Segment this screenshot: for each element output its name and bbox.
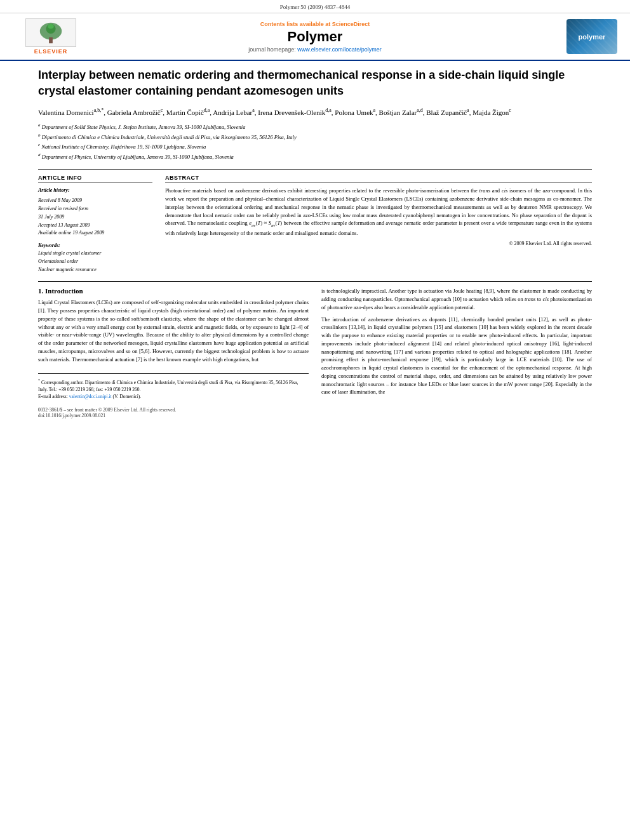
issn-line: 0032-3861/$ – see front matter © 2009 El…: [38, 407, 309, 413]
homepage-prefix: journal homepage:: [248, 46, 297, 53]
received-revised-label: Received in revised form: [38, 205, 152, 213]
sciencedirect-prefix: Contents lists available at: [260, 21, 332, 27]
journal-center: Contents lists available at ScienceDirec…: [89, 21, 541, 53]
top-bar: Polymer 50 (2009) 4837–4844: [0, 0, 630, 13]
article-info-col: ARTICLE INFO Article history: Received 8…: [38, 175, 152, 274]
section-1-heading: 1. Introduction: [38, 287, 309, 295]
affiliation-a: a Department of Solid State Physics, J. …: [38, 124, 245, 130]
doi-line: doi:10.1016/j.polymer.2009.08.021: [38, 413, 309, 418]
email-address[interactable]: valentin@dcci.unipi.it: [69, 394, 112, 399]
affiliations: a Department of Solid State Physics, J. …: [38, 123, 592, 162]
received-date: Received 8 May 2009: [38, 197, 152, 205]
containing-word: containing: [425, 196, 448, 202]
journal-title: Polymer: [89, 29, 541, 45]
copyright-line: © 2009 Elsevier Ltd. All rights reserved…: [165, 241, 592, 246]
svg-rect-2: [49, 37, 53, 44]
homepage-url[interactable]: www.elsevier.com/locate/polymer: [297, 46, 382, 53]
keywords-label: Keywords:: [38, 243, 152, 248]
info-abstract-row: ARTICLE INFO Article history: Received 8…: [38, 175, 592, 274]
footnote-area: * Corresponding author. Dipartimento di …: [38, 373, 309, 418]
email-label: E-mail address:: [38, 394, 68, 399]
accepted-date: Accepted 13 August 2009: [38, 222, 152, 230]
received-revised-date: 31 July 2009: [38, 213, 152, 222]
body-columns: 1. Introduction Liquid Crystal Elastomer…: [38, 287, 592, 418]
polymer-logo: polymer: [566, 19, 617, 54]
elsevier-label: ELSEVIER: [34, 48, 68, 55]
sciencedirect-link-text[interactable]: ScienceDirect: [332, 21, 370, 27]
sciencedirect-line: Contents lists available at ScienceDirec…: [89, 21, 541, 27]
authors-text: Valentina Domenicia,b,*, Gabriela Ambrož…: [38, 109, 511, 116]
elsevier-logo: ELSEVIER: [13, 18, 89, 55]
journal-issue-info: Polymer 50 (2009) 4837–4844: [280, 4, 351, 10]
intro-p2: is technologically impractical. Another …: [321, 287, 592, 311]
intro-p1: Liquid Crystal Elastomers (LCEs) are com…: [38, 298, 309, 363]
available-online: Available online 19 August 2009: [38, 229, 152, 237]
body-col-right: is technologically impractical. Another …: [321, 287, 592, 418]
keyword-1: Liquid single crystal elastomer: [38, 250, 152, 258]
intro-p3: The introduction of azobenzene derivativ…: [321, 316, 592, 397]
elsevier-logo-area: ELSEVIER: [13, 18, 89, 55]
article-title: Interplay between nematic ordering and t…: [38, 67, 592, 99]
journal-homepage: journal homepage: www.elsevier.com/locat…: [89, 46, 541, 53]
footnote-corresponding-author: * Corresponding author. Dipartimento di …: [38, 378, 309, 393]
affiliation-c: c National Institute of Chemistry, Hajdr…: [38, 143, 206, 150]
article-info-label: ARTICLE INFO: [38, 175, 152, 183]
divider-middle: [38, 281, 592, 282]
keyword-3: Nuclear magnetic resonance: [38, 266, 152, 274]
svg-point-4: [48, 24, 54, 29]
abstract-col: ABSTRACT Photoactive materials based on …: [165, 175, 592, 274]
polymer-logo-area: polymer: [541, 19, 617, 54]
divider-top: [38, 169, 592, 170]
email-name: (V. Domenici).: [113, 394, 142, 399]
affiliation-b: b Dipartimento di Chimica e Chimica Indu…: [38, 134, 297, 140]
abstract-label: ABSTRACT: [165, 175, 592, 183]
affiliation-d: d Department of Physics, University of L…: [38, 154, 234, 160]
keyword-2: Orientational order: [38, 258, 152, 266]
journal-header: ELSEVIER Contents lists available at Sci…: [0, 13, 630, 61]
history-title: Article history:: [38, 187, 152, 195]
bottom-copyright: 0032-3861/$ – see front matter © 2009 El…: [38, 407, 309, 418]
authors: Valentina Domenicia,b,*, Gabriela Ambrož…: [38, 107, 592, 118]
elsevier-logo-image: [25, 18, 76, 47]
polymer-brand-text: polymer: [579, 33, 606, 41]
body-col-left: 1. Introduction Liquid Crystal Elastomer…: [38, 287, 309, 418]
article-content: Interplay between nematic ordering and t…: [0, 61, 630, 431]
footnote-email: E-mail address: valentin@dcci.unipi.it (…: [38, 393, 309, 400]
article-history: Article history: Received 8 May 2009 Rec…: [38, 187, 152, 237]
page: Polymer 50 (2009) 4837–4844 ELSEVIER: [0, 0, 630, 840]
abstract-text: Photoactive materials based on azobenzen…: [165, 187, 592, 237]
